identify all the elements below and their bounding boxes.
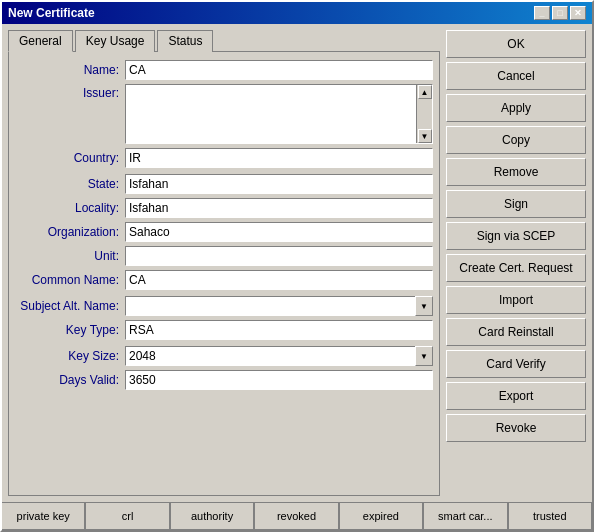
- state-row: State:: [15, 174, 433, 194]
- organization-input[interactable]: [125, 222, 433, 242]
- subject-alt-label: Subject Alt. Name:: [15, 299, 125, 313]
- cancel-button[interactable]: Cancel: [446, 62, 586, 90]
- bottom-tab-private-key[interactable]: private key: [2, 503, 85, 530]
- revoke-button[interactable]: Revoke: [446, 414, 586, 442]
- tab-status[interactable]: Status: [157, 30, 213, 52]
- left-panel: General Key Usage Status Name: Issuer: ▲…: [8, 30, 440, 496]
- issuer-label: Issuer:: [15, 86, 125, 100]
- create-cert-request-button[interactable]: Create Cert. Request: [446, 254, 586, 282]
- copy-button[interactable]: Copy: [446, 126, 586, 154]
- issuer-textarea[interactable]: ▲ ▼: [125, 84, 433, 144]
- state-label: State:: [15, 177, 125, 191]
- common-name-input[interactable]: [125, 270, 433, 290]
- unit-input[interactable]: [125, 246, 433, 266]
- unit-label: Unit:: [15, 249, 125, 263]
- tab-bar: General Key Usage Status: [8, 30, 440, 52]
- remove-button[interactable]: Remove: [446, 158, 586, 186]
- bottom-tab-smart-card[interactable]: smart car...: [423, 503, 507, 530]
- maximize-button[interactable]: □: [552, 6, 568, 20]
- days-valid-row: Days Valid:: [15, 370, 433, 390]
- name-label: Name:: [15, 63, 125, 77]
- key-size-row: Key Size: ▼: [15, 346, 433, 366]
- card-verify-button[interactable]: Card Verify: [446, 350, 586, 378]
- tab-key-usage[interactable]: Key Usage: [75, 30, 156, 52]
- organization-label: Organization:: [15, 225, 125, 239]
- window-content: General Key Usage Status Name: Issuer: ▲…: [2, 24, 592, 502]
- issuer-scrollbar: ▲ ▼: [416, 85, 432, 143]
- unit-row: Unit:: [15, 246, 433, 266]
- apply-button[interactable]: Apply: [446, 94, 586, 122]
- close-button[interactable]: ✕: [570, 6, 586, 20]
- bottom-tab-authority[interactable]: authority: [170, 503, 254, 530]
- bottom-tab-bar: private key crl authority revoked expire…: [2, 502, 592, 530]
- key-type-label: Key Type:: [15, 323, 125, 337]
- bottom-tab-revoked[interactable]: revoked: [254, 503, 338, 530]
- subject-alt-wrapper: ▼: [125, 296, 433, 316]
- country-input[interactable]: [125, 148, 433, 168]
- subject-alt-input[interactable]: [125, 296, 433, 316]
- right-panel: OK Cancel Apply Copy Remove Sign Sign vi…: [446, 30, 586, 496]
- bottom-tab-expired[interactable]: expired: [339, 503, 423, 530]
- locality-label: Locality:: [15, 201, 125, 215]
- name-row: Name:: [15, 60, 433, 80]
- scroll-up-arrow[interactable]: ▲: [418, 85, 432, 99]
- bottom-tab-trusted[interactable]: trusted: [508, 503, 592, 530]
- main-window: New Certificate _ □ ✕ General Key Usage …: [0, 0, 594, 532]
- locality-input[interactable]: [125, 198, 433, 218]
- export-button[interactable]: Export: [446, 382, 586, 410]
- key-size-wrapper: ▼: [125, 346, 433, 366]
- locality-row: Locality:: [15, 198, 433, 218]
- minimize-button[interactable]: _: [534, 6, 550, 20]
- card-reinstall-button[interactable]: Card Reinstall: [446, 318, 586, 346]
- key-size-input[interactable]: [125, 346, 433, 366]
- subject-alt-row: Subject Alt. Name: ▼: [15, 296, 433, 316]
- scroll-down-arrow[interactable]: ▼: [418, 129, 432, 143]
- bottom-tab-crl[interactable]: crl: [85, 503, 169, 530]
- country-row: Country:: [15, 148, 433, 168]
- organization-row: Organization:: [15, 222, 433, 242]
- state-input[interactable]: [125, 174, 433, 194]
- name-input[interactable]: [125, 60, 433, 80]
- key-type-input[interactable]: [125, 320, 433, 340]
- issuer-row: Issuer: ▲ ▼: [15, 84, 433, 144]
- ok-button[interactable]: OK: [446, 30, 586, 58]
- sign-via-scep-button[interactable]: Sign via SCEP: [446, 222, 586, 250]
- tab-general[interactable]: General: [8, 30, 73, 52]
- key-size-label: Key Size:: [15, 349, 125, 363]
- country-label: Country:: [15, 151, 125, 165]
- subject-alt-dropdown[interactable]: ▼: [415, 296, 433, 316]
- key-size-dropdown[interactable]: ▼: [415, 346, 433, 366]
- days-valid-label: Days Valid:: [15, 373, 125, 387]
- key-type-row: Key Type:: [15, 320, 433, 340]
- common-name-row: Common Name:: [15, 270, 433, 290]
- form-area: Name: Issuer: ▲ ▼ Country:: [8, 51, 440, 496]
- title-bar: New Certificate _ □ ✕: [2, 2, 592, 24]
- common-name-label: Common Name:: [15, 273, 125, 287]
- days-valid-input[interactable]: [125, 370, 433, 390]
- title-bar-buttons: _ □ ✕: [534, 6, 586, 20]
- window-title: New Certificate: [8, 6, 95, 20]
- sign-button[interactable]: Sign: [446, 190, 586, 218]
- import-button[interactable]: Import: [446, 286, 586, 314]
